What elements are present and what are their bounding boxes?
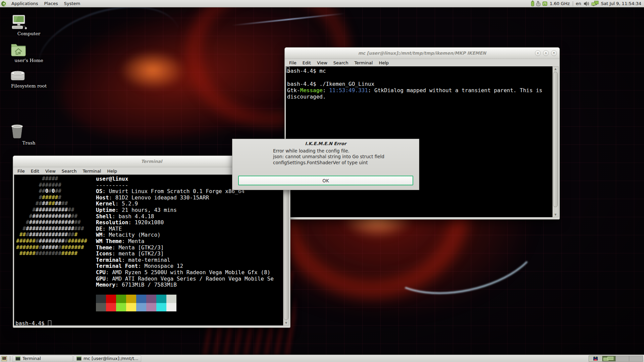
neofetch-info-line: Theme: Menta [GTK2/3] [96, 245, 274, 251]
mc-terminal-lines: bash-4.4$ mc bash-4.4$ ./Ikemen_GO_Linux… [287, 68, 542, 100]
screen: Computer user's Home Filesystem root [0, 0, 644, 362]
mouse-icon[interactable] [536, 1, 541, 6]
neofetch-info-line: GPU: AMD ATI Radeon Vega Series / Radeon… [96, 276, 274, 282]
color-swatch [96, 303, 106, 311]
taskbar-item[interactable]: mc [user@linux]:/mnt/t... [73, 355, 141, 362]
ascii-art-line: ####### [16, 182, 87, 188]
top-panel-menus: ApplicationsPlacesSystem [8, 0, 83, 7]
scroll-up-icon[interactable]: ▲ [553, 67, 558, 71]
dialog-message-line: json: cannot unmarshal string into Go st… [273, 154, 384, 160]
ascii-art-line: ################# [16, 219, 87, 226]
color-swatch [96, 295, 106, 303]
network-monitors-icon[interactable] [591, 1, 599, 6]
terminal-screen[interactable]: ##### ####### ##0#0## ####### ##########… [14, 175, 283, 325]
scrollbar-track[interactable] [553, 71, 558, 213]
ascii-art-line: ################## [16, 232, 87, 238]
menu-item-search[interactable]: Search [330, 60, 352, 66]
menu-system[interactable]: System [61, 0, 83, 7]
tray-separator [572, 1, 574, 6]
menu-item-terminal[interactable]: Terminal [79, 168, 104, 174]
terminal-scrollbar[interactable]: ▲ ▼ [283, 175, 289, 325]
shell-prompt-line: bash-4.4$ [15, 320, 51, 325]
scroll-down-icon[interactable]: ▼ [283, 321, 289, 325]
color-swatch [156, 295, 166, 303]
menu-item-help[interactable]: Help [104, 168, 120, 174]
trash-icon [10, 123, 48, 139]
workspace-window [607, 357, 613, 360]
volume-icon[interactable] [584, 1, 590, 6]
neofetch-info-line: Memory: 6713MiB / 7583MiB [96, 282, 274, 288]
taskbar-item-label: mc [user@linux]:/mnt/t... [84, 356, 138, 361]
menu-item-edit[interactable]: Edit [28, 168, 42, 174]
close-icon[interactable]: ✕ [551, 50, 557, 56]
cpu-frequency-icon[interactable] [542, 1, 547, 6]
terminal-line: Gtk-Message: 11:53:49.331: GtkDialog map… [287, 87, 542, 94]
scrollbar-track[interactable] [283, 179, 289, 321]
workspace-1[interactable] [589, 356, 602, 361]
desktop-icon-trash[interactable]: Trash [10, 123, 48, 145]
scroll-down-icon[interactable]: ▼ [553, 213, 558, 217]
ascii-art-line: ###################### [16, 238, 87, 244]
menu-item-search[interactable]: Search [59, 168, 80, 174]
terminal-line: discouraged. [287, 94, 542, 100]
workspace-3[interactable] [616, 356, 629, 361]
menu-item-file[interactable]: File [14, 168, 28, 174]
taskbar-items: Terminalmc [user@linux]:/mnt/t... [12, 355, 142, 362]
neofetch-info: user@linux----------OS: Umvirt Linux Fro… [96, 176, 274, 288]
color-swatch [116, 295, 126, 303]
workspace-window-icon [593, 357, 598, 361]
desktop-icon-filesystem[interactable]: Filesystem root [10, 70, 48, 88]
main-menu-icon[interactable] [1, 1, 7, 7]
color-swatch [136, 295, 146, 303]
desktop-icon-home[interactable]: user's Home [10, 42, 48, 63]
cpu-frequency-label[interactable]: 1.60 GHz [549, 1, 571, 6]
neofetch-info-line: Terminal: mate-terminal [96, 257, 274, 263]
neofetch-info-line: DE: MATE [96, 226, 274, 232]
ok-button[interactable]: OK [238, 176, 413, 185]
color-swatch [146, 303, 156, 311]
terminal-line: bash-4.4$ ./Ikemen_GO_Linux [287, 81, 542, 87]
menu-item-help[interactable]: Help [376, 60, 392, 66]
desktop-icon-computer[interactable]: Computer [10, 15, 48, 36]
desktop-icon-label: Computer [10, 31, 48, 36]
keyboard-layout-indicator[interactable]: en [575, 1, 582, 6]
battery-icon[interactable] [531, 1, 534, 6]
neofetch-info-line: Terminal Font: Monospace 12 [96, 263, 274, 269]
color-swatch [166, 295, 176, 303]
scrollbar-thumb[interactable] [553, 72, 558, 207]
mc-terminal-window: mc [user@linux]:/mnt/tmp/tmp/ikemen/MKP … [284, 47, 560, 220]
menu-item-view[interactable]: View [314, 60, 330, 66]
panel-handle [9, 356, 11, 361]
mc-scrollbar[interactable]: ▲ ▼ [552, 66, 558, 217]
mc-window-titlebar[interactable]: mc [user@linux]:/mnt/tmp/tmp/ikemen/MKP … [285, 48, 559, 59]
show-desktop-button[interactable] [0, 355, 8, 362]
desktop-icon-label: user's Home [10, 58, 48, 63]
palette-row [96, 303, 176, 311]
workspace-4[interactable] [629, 356, 643, 361]
menu-item-edit[interactable]: Edit [300, 60, 314, 66]
dialog-message: Error while loading the config file.json… [273, 148, 384, 166]
color-swatch [156, 303, 166, 311]
maximize-icon[interactable]: ∧ [543, 50, 549, 56]
ikemen-error-dialog: I.K.E.M.E.N Error Error while loading th… [232, 139, 419, 190]
menu-applications[interactable]: Applications [8, 0, 41, 7]
minimize-icon[interactable]: ∨ [535, 50, 541, 56]
taskbar-item[interactable]: Terminal [12, 355, 73, 362]
menu-places[interactable]: Places [41, 0, 61, 7]
terminal-color-palette [96, 295, 176, 311]
workspace-switcher [589, 356, 643, 362]
color-swatch [126, 303, 136, 311]
color-swatch [126, 295, 136, 303]
menu-item-file[interactable]: File [286, 60, 300, 66]
menu-item-terminal[interactable]: Terminal [351, 60, 376, 66]
palette-row [96, 295, 176, 303]
shell-prompt: bash-4.4$ [15, 320, 45, 325]
menu-item-view[interactable]: View [42, 168, 59, 174]
ascii-art-line: ##### [16, 176, 87, 182]
mc-window-title: mc [user@linux]:/mnt/tmp/tmp/ikemen/MKP … [358, 51, 486, 56]
computer-icon [10, 15, 48, 29]
clock[interactable]: Sat Jul 9, 11:54:34 [600, 1, 642, 6]
terminal-icon [15, 356, 20, 361]
scrollbar-thumb[interactable] [284, 187, 288, 320]
workspace-2-active[interactable] [602, 356, 616, 361]
